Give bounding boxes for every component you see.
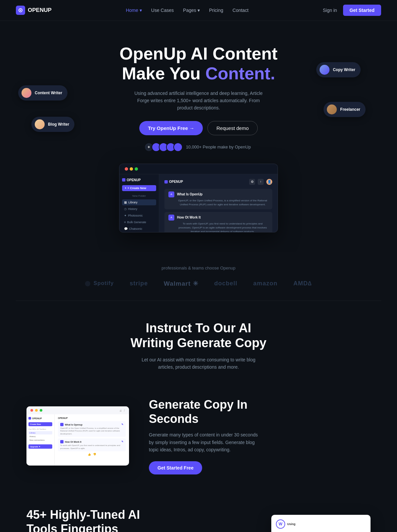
gq-title-2: How Ot Work It [65, 441, 81, 443]
gcw-section-label: Our RO+ AI Toolbox [28, 428, 52, 430]
thumbs-down-icon[interactable]: 👎 [93, 453, 96, 456]
gcw-item-history[interactable]: History [28, 435, 52, 438]
ai-win-circle: W [276, 519, 285, 529]
history-icon: ◷ [124, 207, 127, 211]
gcw-main: OPENUP What Is Openup ✎ OpenUP, or the O… [55, 414, 129, 466]
gcw-dot-yellow [35, 409, 38, 412]
dot-red [125, 167, 128, 171]
sidebar-item-library[interactable]: ▦ Library [122, 199, 156, 205]
brand-stripe: stripe [130, 280, 148, 287]
avatar-icon[interactable]: 👤 [266, 179, 272, 185]
thumbs-up-icon[interactable]: 👍 [88, 453, 91, 456]
gcw-upgrade-btn[interactable]: Upgrade ✦ [28, 444, 52, 449]
brand-amazon: amazon [253, 280, 278, 287]
chat-icon: 💬 [124, 227, 128, 230]
gcw-main-header: OPENUP [58, 417, 126, 419]
avatar-freelancer [327, 104, 337, 114]
gcw-thumbs: 👍 👎 [58, 453, 126, 456]
app-main-logo: OPENUP [164, 180, 183, 184]
hero-headline: OpenUp AI Content Make You Content. [86, 44, 311, 84]
ai-win-title: Using [287, 522, 295, 526]
settings-icon[interactable]: ⚙ [249, 179, 255, 185]
ai-window: W Using Blog Post Social Media Email Gen… [271, 515, 371, 532]
writing-headline: Instruct To Our AI Writing Generate Copy [112, 321, 285, 351]
gen-copy-text: Generate Copy In Seconds Generate many t… [149, 397, 261, 475]
brands-row: Spotify stripe Walmart ✳ docbell amazon … [16, 280, 381, 287]
sidebar-item-bulk[interactable]: ≡ Bulk Generate [122, 219, 156, 225]
gcw-share-icon[interactable]: ⤴ [124, 409, 125, 412]
logo-icon [16, 6, 25, 15]
gen-copy-screenshot: 🖨 ⤴ OPENUP Create New Our RO+ AI Toolbox… [26, 406, 129, 466]
question-item-1: A What Is OpenUp OpenUP, or the Open Uni… [164, 189, 272, 209]
writing-section: Instruct To Our AI Writing Generate Copy… [0, 301, 397, 378]
gen-copy-window: 🖨 ⤴ OPENUP Create New Our RO+ AI Toolbox… [26, 406, 129, 466]
gcw-print-icon[interactable]: 🖨 [119, 409, 122, 412]
badge-content-writer: Content Writer [18, 85, 67, 101]
brands-section: professionals & teams choose Openup Spot… [0, 252, 397, 301]
gcw-titlebar: 🖨 ⤴ [26, 406, 129, 414]
q-title-1: What Is OpenUp [177, 192, 202, 196]
logo[interactable]: OPENUP [16, 6, 52, 15]
app-header-bar: OPENUP ⚙ ↑ 👤 [164, 179, 272, 185]
ai-tools-headline: 45+ Highly-Tuned AI Tools Fingertips [26, 508, 251, 532]
ai-tools-section: 45+ Highly-Tuned AI Tools Fingertips We … [0, 494, 397, 532]
social-proof-text: 10,000+ People make by OpenUp [186, 144, 251, 149]
sidebar-logo-icon [122, 178, 125, 182]
chevron-icon: ▾ [140, 8, 142, 13]
q-body-1: OpenUP, or the Open Unified Process, is … [168, 199, 268, 207]
gq-edit-2[interactable]: ✎ [121, 440, 123, 443]
try-free-button[interactable]: Try OpenUp Free → [139, 121, 203, 135]
ai-tools-screenshot: W Using Blog Post Social Media Email Gen… [271, 515, 371, 532]
request-demo-button[interactable]: Request demo [207, 121, 258, 135]
ai-window-inner: W Using Blog Post Social Media Email Gen… [276, 519, 366, 532]
chevron-icon: ▾ [198, 8, 200, 13]
brand-spotify: Spotify [85, 280, 114, 286]
logo-text: OPENUP [28, 7, 52, 14]
create-new-btn[interactable]: + + Create New [122, 185, 156, 191]
generate-copy-section: 🖨 ⤴ OPENUP Create New Our RO+ AI Toolbox… [0, 378, 397, 495]
gq-body-2: To work with OpenUP, you first need to u… [60, 444, 123, 450]
nav-pricing[interactable]: Pricing [209, 8, 223, 13]
nav-home[interactable]: Home ▾ [126, 8, 142, 13]
app-titlebar [119, 164, 278, 174]
q-body-2: To work with OpenUP, you first need to u… [168, 222, 268, 232]
gcw-item-connections[interactable]: New connections [28, 438, 52, 442]
signin-link[interactable]: Sign in [323, 8, 337, 13]
dot-green [135, 167, 138, 171]
svg-point-2 [85, 281, 90, 286]
gcw-item-library[interactable]: Library [28, 431, 52, 434]
nav-use-cases[interactable]: Use Cases [151, 8, 174, 13]
gcw-logo-icon [28, 417, 31, 420]
brands-tagline: professionals & teams choose Openup [16, 266, 381, 270]
hero-description: Using advanced artificial intelligence a… [129, 90, 268, 112]
avatar-group: + [146, 143, 183, 152]
gq-body-1: OpenUP, or the Open Unified Process, is … [60, 427, 123, 435]
question-item-2: A How Ot Work It To work with OpenUP, yo… [164, 212, 272, 232]
gcw-create-btn[interactable]: Create New [28, 422, 52, 426]
gq-edit-1[interactable]: ✎ [121, 423, 123, 426]
hero-section: Copy Writer Content Writer Blog Writer F… [0, 21, 397, 252]
dot-yellow [130, 167, 133, 171]
sidebar-item-history[interactable]: ◷ History [122, 206, 156, 212]
app-body: OPENUP + + Create New New Folder ▦ Libra… [119, 174, 278, 232]
q-icon-2: A [168, 215, 174, 221]
nav-pages[interactable]: Pages ▾ [183, 8, 200, 13]
nav-contact[interactable]: Contact [233, 8, 248, 13]
brand-amd: AMD∆ [293, 280, 312, 287]
gen-copy-cta-button[interactable]: Get Started Free [149, 461, 202, 474]
gen-copy-description: Generate many types of content in under … [149, 431, 261, 453]
svg-point-1 [20, 10, 21, 11]
social-proof: + 10,000+ People make by OpenUp [16, 143, 381, 152]
sidebar-item-chatsonic[interactable]: 💬 Chatsonic [122, 226, 156, 232]
app-sidebar-logo: OPENUP [122, 178, 156, 182]
export-icon[interactable]: ↑ [258, 179, 264, 185]
nav-right: Sign in Get Started [323, 5, 381, 16]
get-started-button[interactable]: Get Started [343, 5, 381, 16]
gcw-dot-red [30, 409, 33, 412]
sidebar-item-photosonic[interactable]: ✦ Photosonic [122, 213, 156, 219]
app-screenshot: OPENUP + + Create New New Folder ▦ Libra… [119, 164, 278, 232]
photosonic-icon: ✦ [124, 214, 127, 217]
app-window: OPENUP + + Create New New Folder ▦ Libra… [119, 164, 278, 232]
app-sidebar: OPENUP + + Create New New Folder ▦ Libra… [119, 174, 159, 232]
main-logo-icon [164, 180, 168, 184]
